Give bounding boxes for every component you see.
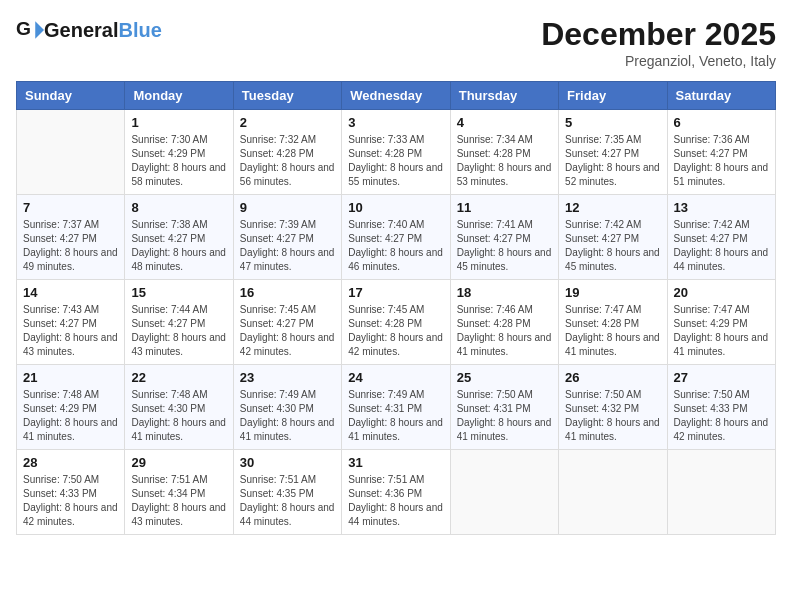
day-cell: 9Sunrise: 7:39 AMSunset: 4:27 PMDaylight… [233, 195, 341, 280]
logo-blue: Blue [118, 19, 161, 41]
day-number: 5 [565, 115, 660, 130]
day-info: Sunrise: 7:50 AMSunset: 4:32 PMDaylight:… [565, 388, 660, 444]
weekday-header-sunday: Sunday [17, 82, 125, 110]
day-info: Sunrise: 7:50 AMSunset: 4:33 PMDaylight:… [23, 473, 118, 529]
day-info: Sunrise: 7:32 AMSunset: 4:28 PMDaylight:… [240, 133, 335, 189]
day-cell: 10Sunrise: 7:40 AMSunset: 4:27 PMDayligh… [342, 195, 450, 280]
logo-general: General [44, 19, 118, 41]
day-cell: 20Sunrise: 7:47 AMSunset: 4:29 PMDayligh… [667, 280, 775, 365]
location-subtitle: Preganziol, Veneto, Italy [541, 53, 776, 69]
day-cell: 14Sunrise: 7:43 AMSunset: 4:27 PMDayligh… [17, 280, 125, 365]
day-number: 30 [240, 455, 335, 470]
day-cell: 21Sunrise: 7:48 AMSunset: 4:29 PMDayligh… [17, 365, 125, 450]
day-number: 18 [457, 285, 552, 300]
day-number: 2 [240, 115, 335, 130]
day-cell: 13Sunrise: 7:42 AMSunset: 4:27 PMDayligh… [667, 195, 775, 280]
day-cell [559, 450, 667, 535]
day-info: Sunrise: 7:50 AMSunset: 4:33 PMDaylight:… [674, 388, 769, 444]
generalblue-icon: G [16, 16, 44, 44]
day-number: 25 [457, 370, 552, 385]
week-row-3: 21Sunrise: 7:48 AMSunset: 4:29 PMDayligh… [17, 365, 776, 450]
day-number: 24 [348, 370, 443, 385]
day-cell: 4Sunrise: 7:34 AMSunset: 4:28 PMDaylight… [450, 110, 558, 195]
day-number: 10 [348, 200, 443, 215]
day-cell: 25Sunrise: 7:50 AMSunset: 4:31 PMDayligh… [450, 365, 558, 450]
day-number: 21 [23, 370, 118, 385]
day-info: Sunrise: 7:40 AMSunset: 4:27 PMDaylight:… [348, 218, 443, 274]
day-info: Sunrise: 7:34 AMSunset: 4:28 PMDaylight:… [457, 133, 552, 189]
day-number: 31 [348, 455, 443, 470]
day-cell: 2Sunrise: 7:32 AMSunset: 4:28 PMDaylight… [233, 110, 341, 195]
day-info: Sunrise: 7:41 AMSunset: 4:27 PMDaylight:… [457, 218, 552, 274]
day-info: Sunrise: 7:42 AMSunset: 4:27 PMDaylight:… [565, 218, 660, 274]
day-info: Sunrise: 7:51 AMSunset: 4:34 PMDaylight:… [131, 473, 226, 529]
weekday-header-row: SundayMondayTuesdayWednesdayThursdayFrid… [17, 82, 776, 110]
day-info: Sunrise: 7:45 AMSunset: 4:27 PMDaylight:… [240, 303, 335, 359]
day-number: 23 [240, 370, 335, 385]
day-cell: 23Sunrise: 7:49 AMSunset: 4:30 PMDayligh… [233, 365, 341, 450]
day-info: Sunrise: 7:48 AMSunset: 4:30 PMDaylight:… [131, 388, 226, 444]
week-row-2: 14Sunrise: 7:43 AMSunset: 4:27 PMDayligh… [17, 280, 776, 365]
day-number: 28 [23, 455, 118, 470]
day-info: Sunrise: 7:30 AMSunset: 4:29 PMDaylight:… [131, 133, 226, 189]
day-number: 20 [674, 285, 769, 300]
svg-text:G: G [16, 18, 31, 39]
day-cell: 6Sunrise: 7:36 AMSunset: 4:27 PMDaylight… [667, 110, 775, 195]
weekday-header-saturday: Saturday [667, 82, 775, 110]
day-number: 22 [131, 370, 226, 385]
day-info: Sunrise: 7:46 AMSunset: 4:28 PMDaylight:… [457, 303, 552, 359]
day-cell: 29Sunrise: 7:51 AMSunset: 4:34 PMDayligh… [125, 450, 233, 535]
day-info: Sunrise: 7:43 AMSunset: 4:27 PMDaylight:… [23, 303, 118, 359]
day-info: Sunrise: 7:44 AMSunset: 4:27 PMDaylight:… [131, 303, 226, 359]
day-info: Sunrise: 7:50 AMSunset: 4:31 PMDaylight:… [457, 388, 552, 444]
day-info: Sunrise: 7:47 AMSunset: 4:28 PMDaylight:… [565, 303, 660, 359]
day-info: Sunrise: 7:47 AMSunset: 4:29 PMDaylight:… [674, 303, 769, 359]
day-info: Sunrise: 7:35 AMSunset: 4:27 PMDaylight:… [565, 133, 660, 189]
weekday-header-thursday: Thursday [450, 82, 558, 110]
day-number: 1 [131, 115, 226, 130]
day-number: 19 [565, 285, 660, 300]
weekday-header-monday: Monday [125, 82, 233, 110]
day-cell [450, 450, 558, 535]
day-info: Sunrise: 7:39 AMSunset: 4:27 PMDaylight:… [240, 218, 335, 274]
day-info: Sunrise: 7:49 AMSunset: 4:31 PMDaylight:… [348, 388, 443, 444]
week-row-1: 7Sunrise: 7:37 AMSunset: 4:27 PMDaylight… [17, 195, 776, 280]
day-cell: 30Sunrise: 7:51 AMSunset: 4:35 PMDayligh… [233, 450, 341, 535]
logo: G GeneralBlue [16, 16, 162, 44]
day-cell: 18Sunrise: 7:46 AMSunset: 4:28 PMDayligh… [450, 280, 558, 365]
day-number: 3 [348, 115, 443, 130]
day-info: Sunrise: 7:36 AMSunset: 4:27 PMDaylight:… [674, 133, 769, 189]
day-info: Sunrise: 7:37 AMSunset: 4:27 PMDaylight:… [23, 218, 118, 274]
month-title: December 2025 [541, 16, 776, 53]
weekday-header-friday: Friday [559, 82, 667, 110]
day-cell: 8Sunrise: 7:38 AMSunset: 4:27 PMDaylight… [125, 195, 233, 280]
weekday-header-tuesday: Tuesday [233, 82, 341, 110]
day-info: Sunrise: 7:49 AMSunset: 4:30 PMDaylight:… [240, 388, 335, 444]
day-number: 9 [240, 200, 335, 215]
day-cell: 3Sunrise: 7:33 AMSunset: 4:28 PMDaylight… [342, 110, 450, 195]
day-number: 13 [674, 200, 769, 215]
day-cell [17, 110, 125, 195]
day-cell: 17Sunrise: 7:45 AMSunset: 4:28 PMDayligh… [342, 280, 450, 365]
day-number: 7 [23, 200, 118, 215]
day-cell: 27Sunrise: 7:50 AMSunset: 4:33 PMDayligh… [667, 365, 775, 450]
day-info: Sunrise: 7:33 AMSunset: 4:28 PMDaylight:… [348, 133, 443, 189]
day-info: Sunrise: 7:45 AMSunset: 4:28 PMDaylight:… [348, 303, 443, 359]
day-cell: 11Sunrise: 7:41 AMSunset: 4:27 PMDayligh… [450, 195, 558, 280]
day-info: Sunrise: 7:38 AMSunset: 4:27 PMDaylight:… [131, 218, 226, 274]
day-number: 12 [565, 200, 660, 215]
day-number: 4 [457, 115, 552, 130]
day-cell: 24Sunrise: 7:49 AMSunset: 4:31 PMDayligh… [342, 365, 450, 450]
day-number: 14 [23, 285, 118, 300]
day-cell: 7Sunrise: 7:37 AMSunset: 4:27 PMDaylight… [17, 195, 125, 280]
day-number: 17 [348, 285, 443, 300]
week-row-4: 28Sunrise: 7:50 AMSunset: 4:33 PMDayligh… [17, 450, 776, 535]
day-number: 16 [240, 285, 335, 300]
day-info: Sunrise: 7:42 AMSunset: 4:27 PMDaylight:… [674, 218, 769, 274]
week-row-0: 1Sunrise: 7:30 AMSunset: 4:29 PMDaylight… [17, 110, 776, 195]
header: G GeneralBlue December 2025 Preganziol, … [16, 16, 776, 69]
day-cell [667, 450, 775, 535]
day-number: 6 [674, 115, 769, 130]
day-cell: 15Sunrise: 7:44 AMSunset: 4:27 PMDayligh… [125, 280, 233, 365]
title-area: December 2025 Preganziol, Veneto, Italy [541, 16, 776, 69]
